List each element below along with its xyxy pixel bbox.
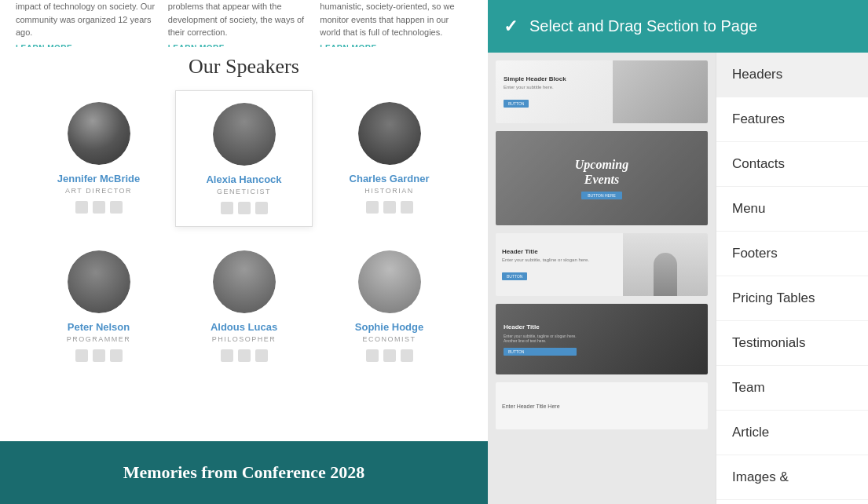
- speakers-section: Our Speakers Jennifer McBride ART DIRECT…: [0, 47, 488, 374]
- thumb3-image: [623, 233, 708, 296]
- thumb4-title: Header Title: [504, 323, 577, 331]
- thumbnails-column[interactable]: Simple Header Block Enter your subtitle …: [488, 53, 716, 504]
- nav-item-menu[interactable]: Menu: [716, 187, 868, 232]
- content-area: Simple Header Block Enter your subtitle …: [488, 53, 868, 504]
- social-icon-5: [238, 202, 251, 214]
- sidebar-nav: Headers Features Contacts Menu Footers P…: [716, 53, 868, 504]
- speaker-name-peter: Peter Nelson: [38, 321, 159, 333]
- speaker-card-sophie: Sophie Hodge ECONOMIST: [320, 239, 458, 374]
- learn-more-1[interactable]: LEARN MORE: [16, 42, 156, 48]
- left-panel: impact of technology on society. Our com…: [0, 0, 488, 504]
- social-icon-4: [221, 202, 233, 214]
- speakers-row-1: Jennifer McBride ART DIRECTOR Alexia Han…: [16, 90, 472, 227]
- thumb4-btn: BUTTON: [504, 348, 577, 356]
- bottom-banner: Memories from Conference 2028: [0, 441, 488, 504]
- nav-item-testimonials[interactable]: Testimonials: [716, 321, 868, 366]
- nav-item-team[interactable]: Team: [716, 366, 868, 411]
- speaker-card-charles: Charles Gardner HISTORIAN: [320, 90, 458, 227]
- social-icon-12: [110, 349, 123, 362]
- social-icon-7: [366, 201, 379, 214]
- thumbnail-dark-header[interactable]: Header Title Enter your subtitle, taglin…: [496, 304, 708, 374]
- header-title: Select and Drag Section to Page: [529, 17, 757, 35]
- social-icons-jennifer: [38, 201, 159, 214]
- col1-text: impact of technology on society. Our com…: [16, 2, 155, 37]
- thumb3-left: Header Title Enter your subtitle, taglin…: [496, 242, 623, 287]
- social-icon-2: [93, 201, 105, 214]
- nav-item-headers[interactable]: Headers: [716, 53, 868, 97]
- right-panel: ✓ Select and Drag Section to Page Simple…: [488, 0, 868, 504]
- social-icon-10: [75, 349, 88, 362]
- avatar-img-alexia: [213, 103, 276, 166]
- speaker-role-charles: HISTORIAN: [328, 187, 450, 195]
- social-icon-16: [366, 349, 379, 362]
- thumbnail-simple-header[interactable]: Simple Header Block Enter your subtitle …: [496, 60, 708, 123]
- thumb1-subtitle: Enter your subtitle here.: [504, 85, 605, 89]
- thumb1-btn: BUTTON: [504, 100, 529, 108]
- thumb1-left: Simple Header Block Enter your subtitle …: [496, 68, 613, 116]
- learn-more-2[interactable]: LEARN MORE: [168, 42, 309, 48]
- avatar-charles: [358, 102, 421, 165]
- nav-item-images[interactable]: Images &: [716, 455, 868, 500]
- nav-item-features[interactable]: Features: [716, 97, 868, 142]
- speaker-name-aldous: Aldous Lucas: [183, 321, 305, 333]
- social-icon-1: [75, 201, 88, 214]
- speaker-name-jennifer: Jennifer McBride: [38, 173, 159, 184]
- banner-title: Memories from Conference 2028: [123, 462, 365, 483]
- social-icon-14: [238, 349, 251, 362]
- thumb4-text: Header Title Enter your subtitle, taglin…: [504, 323, 577, 356]
- speaker-role-jennifer: ART DIRECTOR: [38, 187, 159, 195]
- speaker-card-peter: Peter Nelson PROGRAMMER: [30, 239, 167, 374]
- avatar-jennifer: [68, 102, 130, 165]
- avatar-img-sophie: [358, 250, 421, 313]
- thumbnail-header-person[interactable]: Header Title Enter your subtitle, taglin…: [496, 233, 708, 296]
- thumbnail-upcoming-events[interactable]: UpcomingEvents BUTTON HERE: [496, 131, 708, 225]
- thumb2-btn: BUTTON HERE: [581, 192, 622, 199]
- nav-item-footers[interactable]: Footers: [716, 232, 868, 276]
- nav-item-article[interactable]: Article: [716, 411, 868, 455]
- thumb3-title: Header Title: [502, 248, 617, 255]
- text-col-3: humanistic, society-oriented, so we moni…: [320, 0, 472, 47]
- speaker-role-peter: PROGRAMMER: [38, 335, 159, 343]
- social-icon-11: [93, 349, 105, 362]
- speaker-name-alexia: Alexia Hancock: [184, 173, 304, 185]
- thumb2-title: UpcomingEvents: [575, 157, 628, 187]
- avatar-alexia: [213, 103, 276, 166]
- thumb4-subtitle: Enter your subtitle, tagline or slogan h…: [504, 334, 577, 343]
- col2-text: problems that appear with the developmen…: [168, 2, 304, 37]
- thumb3-person: [654, 253, 677, 296]
- header-bar: ✓ Select and Drag Section to Page: [488, 0, 868, 53]
- social-icon-18: [401, 349, 413, 362]
- social-icons-aldous: [183, 349, 305, 362]
- thumb1-title: Simple Header Block: [504, 75, 605, 82]
- avatar-peter: [68, 250, 130, 313]
- col3-text: humanistic, society-oriented, so we moni…: [320, 2, 454, 37]
- speaker-card-jennifer: Jennifer McBride ART DIRECTOR: [30, 90, 167, 227]
- thumb3-subtitle: Enter your subtitle, tagline or slogan h…: [502, 257, 617, 262]
- social-icon-3: [110, 201, 123, 214]
- thumbnail-light-header[interactable]: Enter Header Title Here: [496, 382, 708, 429]
- social-icons-charles: [328, 201, 450, 214]
- social-icon-15: [255, 349, 268, 362]
- avatar-img-peter: [68, 250, 130, 313]
- avatar-sophie: [358, 250, 421, 313]
- social-icon-8: [383, 201, 396, 214]
- thumb5-text: Enter Header Title Here: [502, 404, 560, 409]
- top-text-area: impact of technology on society. Our com…: [0, 0, 488, 47]
- avatar-img-aldous: [213, 250, 276, 313]
- speaker-name-charles: Charles Gardner: [328, 173, 450, 184]
- social-icons-sophie: [328, 349, 450, 362]
- learn-more-3[interactable]: LEARN MORE: [320, 42, 460, 48]
- speaker-role-sophie: ECONOMIST: [328, 335, 450, 343]
- speakers-row-2: Peter Nelson PROGRAMMER Aldous Lucas PHI…: [16, 239, 472, 374]
- social-icons-alexia: [184, 202, 304, 214]
- social-icon-9: [401, 201, 413, 214]
- speaker-role-aldous: PHILOSOPHER: [183, 335, 305, 343]
- avatar-aldous: [213, 250, 276, 313]
- speaker-name-sophie: Sophie Hodge: [328, 321, 450, 333]
- nav-item-pricing-tables[interactable]: Pricing Tables: [716, 276, 868, 321]
- speaker-card-alexia: Alexia Hancock GENETICIST: [175, 90, 313, 227]
- nav-item-contacts[interactable]: Contacts: [716, 142, 868, 187]
- speakers-title: Our Speakers: [16, 55, 472, 79]
- social-icon-6: [255, 202, 268, 214]
- thumb1-image: [613, 60, 709, 123]
